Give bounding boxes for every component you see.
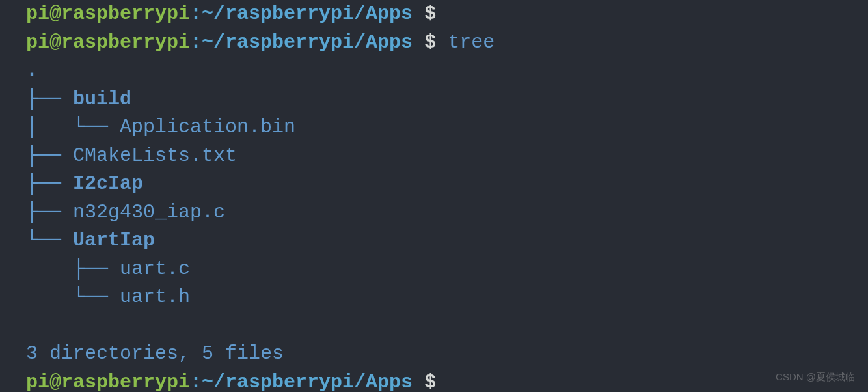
user-host: pi@raspberrypi (26, 371, 190, 393)
prompt-dollar: $ (413, 31, 436, 53)
user-host: pi@raspberrypi (26, 3, 190, 25)
tree-branch: ├── (26, 145, 73, 167)
user-host: pi@raspberrypi (26, 31, 190, 53)
tree-row-application-bin: │ └── Application.bin (26, 113, 868, 142)
tree-branch: │ └── (26, 116, 120, 138)
tree-row-uart-h: └── uart.h (26, 283, 868, 312)
tree-branch: ├── (26, 258, 120, 280)
prompt-dollar: $ (413, 3, 436, 25)
exec-i2ciap: I2cIap (73, 173, 143, 195)
prompt-colon: : (190, 371, 202, 393)
summary-text: 3 directories, 5 files (26, 343, 284, 365)
tree-row-i2ciap: ├── I2cIap (26, 170, 868, 199)
file-uart-c: uart.c (120, 258, 190, 280)
tree-row-build: ├── build (26, 85, 868, 114)
prompt-path: ~/raspberrypi/Apps (202, 31, 413, 53)
tree-root: . (26, 57, 868, 85)
command-tree: tree (436, 31, 495, 53)
file-cmakelists: CMakeLists.txt (73, 145, 237, 167)
tree-branch: └── (26, 286, 120, 308)
prompt-line-1: pi@raspberrypi:~/raspberrypi/Apps $ (26, 0, 868, 29)
tree-row-n32g430: ├── n32g430_iap.c (26, 199, 868, 227)
tree-branch: ├── (26, 173, 73, 195)
file-application-bin: Application.bin (120, 116, 295, 138)
watermark: CSDN @夏侯城临 (776, 370, 855, 384)
prompt-path: ~/raspberrypi/Apps (202, 3, 413, 25)
tree-row-uart-c: ├── uart.c (26, 255, 868, 284)
terminal-window[interactable]: pi@raspberrypi:~/raspberrypi/Apps $ pi@r… (0, 0, 868, 392)
prompt-line-3: pi@raspberrypi:~/raspberrypi/Apps $ (26, 369, 868, 393)
tree-branch: └── (26, 229, 73, 251)
prompt-path: ~/raspberrypi/Apps (202, 371, 413, 393)
prompt-line-2: pi@raspberrypi:~/raspberrypi/Apps $ tree (26, 29, 868, 57)
tree-row-cmakelists: ├── CMakeLists.txt (26, 142, 868, 171)
tree-branch: ├── (26, 88, 73, 110)
tree-branch: ├── (26, 201, 73, 223)
prompt-colon: : (190, 31, 202, 53)
prompt-colon: : (190, 3, 202, 25)
file-uart-h: uart.h (120, 286, 190, 308)
file-n32g430-iap-c: n32g430_iap.c (73, 201, 225, 223)
dir-build: build (73, 88, 131, 110)
tree-row-uartiap: └── UartIap (26, 227, 868, 255)
tree-summary: 3 directories, 5 files (26, 340, 868, 369)
tree-dot: . (26, 59, 38, 81)
blank-line (26, 312, 868, 341)
prompt-dollar: $ (413, 371, 436, 393)
dir-uartiap: UartIap (73, 229, 155, 251)
